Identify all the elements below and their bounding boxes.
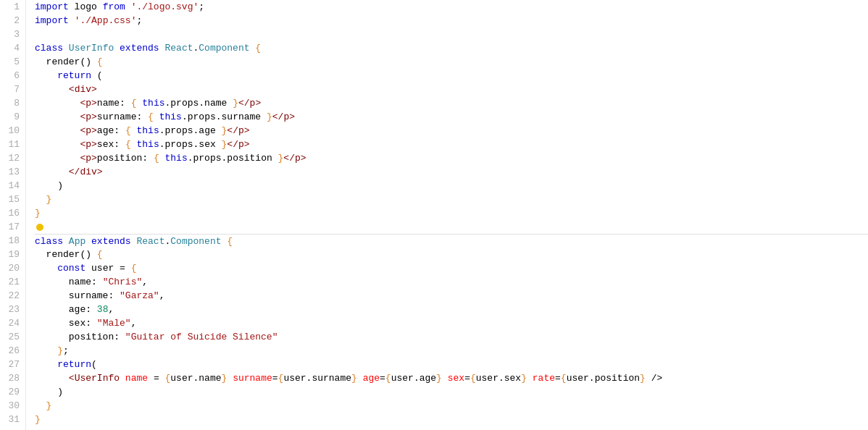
line-num-21: 21 bbox=[6, 275, 20, 289]
code-line-20: const user = { bbox=[35, 261, 868, 275]
code-line-28: <UserInfo name = {user.name} surname={us… bbox=[35, 371, 868, 385]
code-editor: 1 2 3 4 5 6 7 8 9 10 11 12 13 14 15 16 1… bbox=[0, 0, 868, 430]
code-line-8: <p>name: { this.props.name }</p> bbox=[35, 96, 868, 110]
line-num-6: 6 bbox=[6, 69, 20, 83]
code-line-21: name: "Chris", bbox=[35, 275, 868, 289]
code-line-12: <p>position: { this.props.position }</p> bbox=[35, 151, 868, 165]
line-num-13: 13 bbox=[6, 165, 20, 179]
code-line-1: import logo from './logo.svg'; bbox=[35, 0, 868, 14]
line-num-23: 23 bbox=[6, 303, 20, 316]
code-line-7: <div> bbox=[35, 83, 868, 96]
yellow-dot-indicator bbox=[36, 224, 43, 231]
code-line-5: render() { bbox=[35, 55, 868, 69]
code-line-13: </div> bbox=[35, 165, 868, 179]
code-line-17 bbox=[35, 220, 868, 234]
line-num-2: 2 bbox=[6, 14, 20, 28]
line-num-29: 29 bbox=[6, 385, 20, 399]
line-num-1: 1 bbox=[6, 0, 20, 14]
code-line-23: age: 38, bbox=[35, 303, 868, 316]
code-line-6: return ( bbox=[35, 69, 868, 83]
code-line-3 bbox=[35, 28, 868, 41]
line-num-25: 25 bbox=[6, 330, 20, 344]
line-num-11: 11 bbox=[6, 138, 20, 151]
code-line-24: sex: "Male", bbox=[35, 316, 868, 330]
code-line-22: surname: "Garza", bbox=[35, 289, 868, 303]
code-line-2: import './App.css'; bbox=[35, 14, 868, 28]
line-num-16: 16 bbox=[6, 206, 20, 220]
code-line-29: ) bbox=[35, 385, 868, 399]
line-num-15: 15 bbox=[6, 193, 20, 206]
code-line-19: render() { bbox=[35, 248, 868, 261]
line-num-18: 18 bbox=[6, 234, 20, 248]
line-numbers: 1 2 3 4 5 6 7 8 9 10 11 12 13 14 15 16 1… bbox=[0, 0, 26, 430]
line-num-10: 10 bbox=[6, 124, 20, 138]
line-num-22: 22 bbox=[6, 289, 20, 303]
line-num-3: 3 bbox=[6, 28, 20, 41]
line-num-4: 4 bbox=[6, 41, 20, 55]
code-line-15: } bbox=[35, 193, 868, 206]
line-num-28: 28 bbox=[6, 371, 20, 385]
code-line-26: }; bbox=[35, 344, 868, 358]
code-line-10: <p>age: { this.props.age }</p> bbox=[35, 124, 868, 138]
line-num-5: 5 bbox=[6, 55, 20, 69]
code-line-27: return( bbox=[35, 358, 868, 371]
line-num-17: 17 bbox=[6, 220, 20, 234]
line-num-12: 12 bbox=[6, 151, 20, 165]
line-num-26: 26 bbox=[6, 344, 20, 358]
code-line-4: class UserInfo extends React.Component { bbox=[35, 41, 868, 55]
line-num-8: 8 bbox=[6, 96, 20, 110]
code-content[interactable]: import logo from './logo.svg'; import '.… bbox=[26, 0, 868, 430]
code-line-16: } bbox=[35, 206, 868, 220]
line-num-20: 20 bbox=[6, 261, 20, 275]
code-line-14: ) bbox=[35, 179, 868, 193]
line-num-27: 27 bbox=[6, 358, 20, 371]
line-num-14: 14 bbox=[6, 179, 20, 193]
line-num-19: 19 bbox=[6, 248, 20, 261]
code-line-31: } bbox=[35, 413, 868, 426]
code-line-30: } bbox=[35, 399, 868, 413]
line-num-9: 9 bbox=[6, 110, 20, 124]
line-num-24: 24 bbox=[6, 316, 20, 330]
code-line-25: position: "Guitar of Suicide Silence" bbox=[35, 330, 868, 344]
code-line-18: class App extends React.Component { bbox=[35, 234, 868, 248]
line-num-31: 31 bbox=[6, 413, 20, 426]
code-line-11: <p>sex: { this.props.sex }</p> bbox=[35, 138, 868, 151]
line-num-30: 30 bbox=[6, 399, 20, 413]
code-line-9: <p>surname: { this.props.surname }</p> bbox=[35, 110, 868, 124]
line-num-7: 7 bbox=[6, 83, 20, 96]
